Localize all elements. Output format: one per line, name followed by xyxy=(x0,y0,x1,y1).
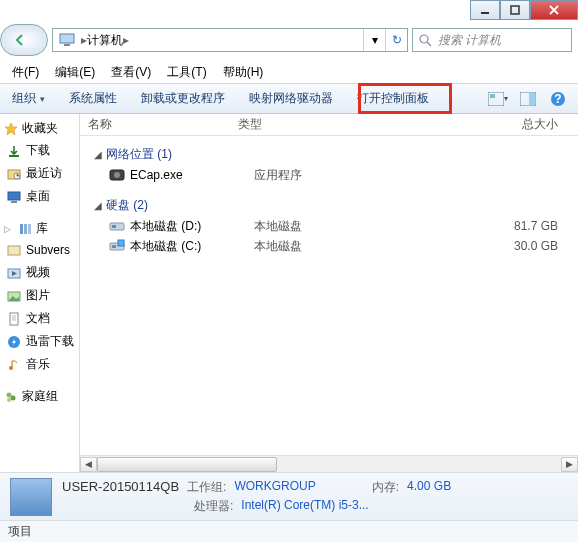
column-type[interactable]: 类型 xyxy=(230,116,380,133)
system-disk-icon xyxy=(108,238,126,254)
sidebar-favorites[interactable]: 收藏夹 xyxy=(4,118,79,139)
disk-icon xyxy=(108,218,126,234)
svg-text:?: ? xyxy=(554,92,561,106)
svg-point-27 xyxy=(9,366,13,370)
minimize-button[interactable] xyxy=(470,0,500,20)
svg-rect-15 xyxy=(8,192,20,200)
scroll-track[interactable] xyxy=(97,457,561,472)
group-network-location[interactable]: ◢ 网络位置 (1) xyxy=(80,142,578,165)
navigation-bar: ▸ 计算机 ▸ ▾ ↻ 搜索 计算机 xyxy=(0,24,578,56)
svg-rect-34 xyxy=(112,225,116,228)
sidebar-item-videos[interactable]: 视频 xyxy=(4,261,79,284)
svg-rect-0 xyxy=(481,12,489,14)
svg-rect-8 xyxy=(529,93,535,105)
item-type: 本地磁盘 xyxy=(254,218,404,235)
menu-view[interactable]: 查看(V) xyxy=(105,62,157,83)
svg-rect-19 xyxy=(28,224,31,234)
svg-rect-12 xyxy=(9,155,19,157)
cpu-label: 处理器: xyxy=(194,498,233,515)
svg-rect-3 xyxy=(64,44,70,46)
thunder-icon xyxy=(6,334,22,350)
download-icon xyxy=(6,143,22,159)
breadcrumb-separator: ▸ xyxy=(123,33,129,47)
sidebar-item-subversion[interactable]: Subvers xyxy=(4,239,79,261)
scroll-left-button[interactable]: ◀ xyxy=(80,457,97,472)
item-type: 应用程序 xyxy=(254,167,404,184)
svg-point-4 xyxy=(420,35,428,43)
scroll-thumb[interactable] xyxy=(97,457,277,472)
sidebar-item-music[interactable]: 音乐 xyxy=(4,353,79,376)
column-totalsize[interactable]: 总大小 xyxy=(380,116,578,133)
library-icon xyxy=(18,222,32,236)
system-properties-button[interactable]: 系统属性 xyxy=(57,84,129,113)
desktop-icon xyxy=(6,189,22,205)
help-button[interactable]: ? xyxy=(548,89,568,109)
recent-icon xyxy=(6,166,22,182)
search-input[interactable]: 搜索 计算机 xyxy=(412,28,572,52)
maximize-button[interactable] xyxy=(500,0,530,20)
close-button[interactable] xyxy=(530,0,578,20)
computer-name: USER-20150114QB xyxy=(62,479,179,496)
view-options-button[interactable]: ▾ xyxy=(488,89,508,109)
list-item[interactable]: ECap.exe 应用程序 xyxy=(80,165,578,185)
horizontal-scrollbar[interactable]: ◀ ▶ xyxy=(80,455,578,472)
content-pane: 名称 类型 总大小 ◢ 网络位置 (1) ECap.exe 应用程序 ◢ 硬盘 … xyxy=(80,114,578,472)
breadcrumb-computer[interactable]: 计算机 xyxy=(87,32,123,49)
collapse-icon: ◢ xyxy=(94,149,102,160)
video-icon xyxy=(6,265,22,281)
organize-button[interactable]: 组织 xyxy=(0,84,57,113)
map-network-drive-button[interactable]: 映射网络驱动器 xyxy=(237,84,345,113)
computer-thumbnail xyxy=(10,478,52,516)
menu-tools[interactable]: 工具(T) xyxy=(161,62,212,83)
cpu-value: Intel(R) Core(TM) i5-3... xyxy=(241,498,368,515)
svg-rect-18 xyxy=(24,224,27,234)
item-type: 本地磁盘 xyxy=(254,238,404,255)
sidebar-item-pictures[interactable]: 图片 xyxy=(4,284,79,307)
search-icon xyxy=(419,34,432,47)
memory-label: 内存: xyxy=(372,479,399,496)
svg-rect-36 xyxy=(112,245,116,248)
sidebar-item-thunder[interactable]: 迅雷下载 xyxy=(4,330,79,353)
menu-edit[interactable]: 编辑(E) xyxy=(49,62,101,83)
sidebar-libraries[interactable]: ▷ 库 xyxy=(4,218,79,239)
list-item[interactable]: 本地磁盘 (D:) 本地磁盘 81.7 GB xyxy=(80,216,578,236)
svg-marker-11 xyxy=(5,123,17,135)
menu-help[interactable]: 帮助(H) xyxy=(217,62,270,83)
svg-point-24 xyxy=(11,293,14,296)
column-name[interactable]: 名称 xyxy=(80,116,230,133)
list-item[interactable]: 本地磁盘 (C:) 本地磁盘 30.0 GB xyxy=(80,236,578,256)
address-dropdown[interactable]: ▾ xyxy=(363,29,385,51)
menu-file[interactable]: 件(F) xyxy=(6,62,45,83)
open-control-panel-button[interactable]: 打开控制面板 xyxy=(345,84,441,113)
item-name: 本地磁盘 (D:) xyxy=(130,218,254,235)
svg-rect-20 xyxy=(8,246,20,255)
sidebar-item-downloads[interactable]: 下载 xyxy=(4,139,79,162)
sidebar-item-recent[interactable]: 最近访 xyxy=(4,162,79,185)
back-forward-buttons[interactable] xyxy=(0,24,48,56)
svg-rect-16 xyxy=(11,201,17,203)
status-bar: 项目 xyxy=(0,520,578,542)
sidebar-item-documents[interactable]: 文档 xyxy=(4,307,79,330)
status-label: 项目 xyxy=(8,523,32,540)
file-list: ◢ 网络位置 (1) ECap.exe 应用程序 ◢ 硬盘 (2) 本地磁盘 (… xyxy=(80,136,578,455)
group-hard-drives[interactable]: ◢ 硬盘 (2) xyxy=(80,193,578,216)
star-icon xyxy=(4,122,18,136)
svg-rect-37 xyxy=(118,240,124,246)
item-name: ECap.exe xyxy=(130,168,254,182)
body-area: 收藏夹 下载 最近访 桌面 ▷ 库 Subvers 视频 图片 文档 迅雷下载 … xyxy=(0,114,578,472)
sidebar-homegroup[interactable]: 家庭组 xyxy=(4,386,79,407)
collapse-icon: ◢ xyxy=(94,200,102,211)
refresh-button[interactable]: ↻ xyxy=(385,29,407,51)
svg-rect-1 xyxy=(511,6,519,14)
uninstall-programs-button[interactable]: 卸载或更改程序 xyxy=(129,84,237,113)
svg-point-28 xyxy=(7,392,12,397)
computer-icon xyxy=(53,29,81,51)
address-bar[interactable]: ▸ 计算机 ▸ ▾ ↻ xyxy=(52,28,408,52)
window-controls xyxy=(470,0,578,20)
svg-point-29 xyxy=(11,395,16,400)
menu-bar: 件(F) 编辑(E) 查看(V) 工具(T) 帮助(H) xyxy=(0,62,578,84)
preview-pane-button[interactable] xyxy=(518,89,538,109)
scroll-right-button[interactable]: ▶ xyxy=(561,457,578,472)
svg-point-30 xyxy=(7,398,11,402)
sidebar-item-desktop[interactable]: 桌面 xyxy=(4,185,79,208)
